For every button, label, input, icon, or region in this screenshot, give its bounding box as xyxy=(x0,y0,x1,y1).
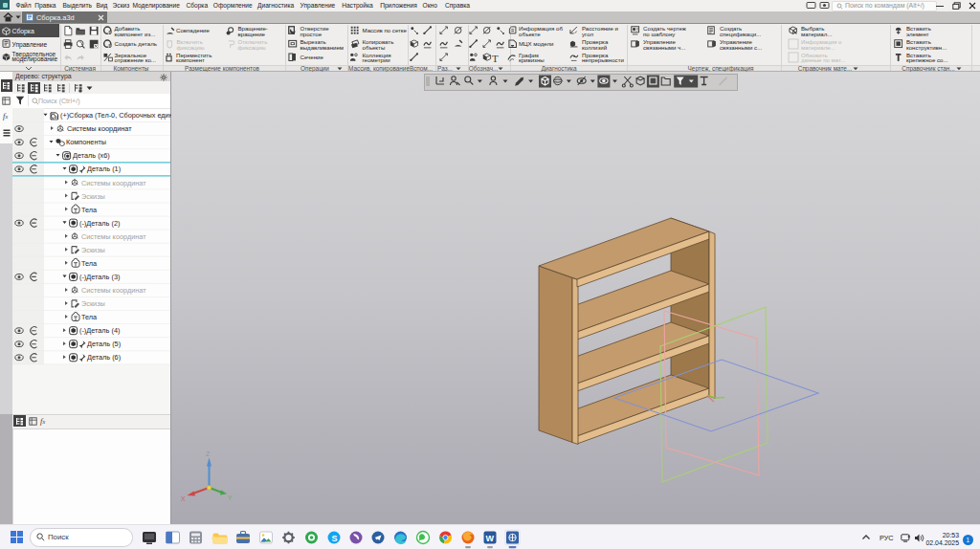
svg-text:Y: Y xyxy=(228,494,233,501)
svg-text:Тела: Тела xyxy=(81,259,98,268)
svg-text:W: W xyxy=(486,534,495,543)
svg-text:Тела: Тела xyxy=(81,313,98,321)
svg-text:Эскизы: Эскизы xyxy=(81,192,105,201)
svg-text:Деталь (1): Деталь (1) xyxy=(87,165,121,173)
svg-text:(-)Деталь (2): (-)Деталь (2) xyxy=(79,219,120,228)
svg-text:Системы координат: Системы координат xyxy=(81,232,146,241)
svg-text:S: S xyxy=(332,534,338,543)
svg-text:(+)Сборка (Тел-0, Сборочных ед: (+)Сборка (Тел-0, Сборочных единиц-0 xyxy=(60,111,187,120)
svg-text:Тела: Тела xyxy=(81,206,98,214)
svg-text:Деталь (5): Деталь (5) xyxy=(87,340,121,348)
svg-text:Эскизы: Эскизы xyxy=(81,299,105,308)
svg-text:(-)Деталь (3): (-)Деталь (3) xyxy=(79,273,120,281)
svg-text:Системы координат: Системы координат xyxy=(81,286,146,295)
svg-text:Компоненты: Компоненты xyxy=(66,138,106,146)
svg-text:Системы координат: Системы координат xyxy=(67,124,132,133)
svg-text:Эскизы: Эскизы xyxy=(81,246,105,254)
svg-text:Z: Z xyxy=(206,450,210,457)
svg-text:Деталь (6): Деталь (6) xyxy=(87,353,121,362)
svg-text:(-)Деталь (4): (-)Деталь (4) xyxy=(79,326,120,335)
svg-text:X: X xyxy=(181,495,186,502)
svg-text:Деталь (x6): Деталь (x6) xyxy=(73,151,110,160)
svg-text:Системы координат: Системы координат xyxy=(81,179,146,187)
